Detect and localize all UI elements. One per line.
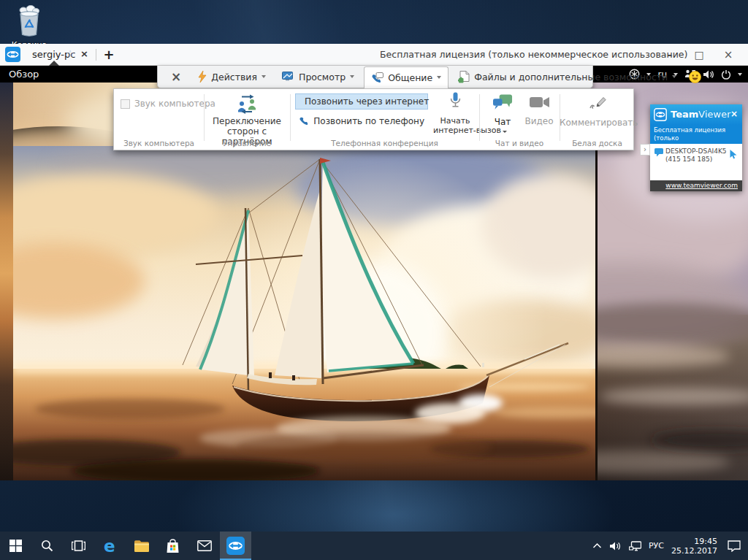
teamviewer-logo-icon [654,108,667,124]
panel-close-icon[interactable]: × [730,109,738,119]
control-group: Переключение сторон с партнёром Управлен… [204,89,290,150]
teamviewer-logo-icon [226,537,245,555]
tray-volume-icon[interactable] [609,541,622,551]
group-caption: Белая доска [560,139,635,147]
search-icon [41,540,53,552]
chat-button[interactable]: Чат [485,94,520,127]
chat-video-group: Чат Видео Чат и видео [479,89,560,150]
video-camera-icon [530,96,549,110]
files-extras-label: Файлы и дополнительные возможности [474,72,668,83]
license-line-1: Бесплатная лицензия (только [654,126,739,142]
screen: Корзина [0,0,748,560]
computer-chat-icon [654,148,664,157]
mail-button[interactable] [188,532,220,560]
session-close-button[interactable]: × [164,69,188,84]
taskbar: e [0,532,748,560]
brand-viewer: Viewer [698,109,730,120]
call-by-phone-label: Позвонить по телефону [313,116,424,126]
comment-button[interactable]: Комментировать [560,94,635,128]
power-dropdown-caret[interactable] [738,73,742,76]
window-title: Бесплатная лицензия (только некоммерческ… [380,44,665,66]
view-menu[interactable]: Просмотр [275,69,361,85]
clock-time: 19:45 [671,537,717,546]
volume-icon[interactable] [703,69,714,80]
recycle-bin-icon[interactable]: Корзина [6,4,53,50]
task-view-icon [72,540,85,551]
pencil-icon [587,94,607,111]
svg-text:e: e [104,537,115,555]
window-maximize-button[interactable]: □ [684,44,714,66]
checkbox-icon[interactable] [121,99,130,109]
file-puzzle-icon [458,71,470,83]
input-language-indicator[interactable]: РУС [649,541,664,551]
switch-sides-icon [236,94,258,114]
tray-network-icon[interactable] [629,541,641,551]
tab-close-icon[interactable]: × [80,48,88,59]
call-via-internet-button[interactable]: Позвонить через интернет [295,93,428,110]
communicate-menu[interactable]: Общение [364,66,449,88]
action-center-icon[interactable] [728,540,741,552]
edge-icon: e [102,537,119,555]
comment-label: Комментировать [560,118,635,128]
chat-bubbles-icon [493,94,513,110]
new-tab-button[interactable]: + [101,46,117,64]
tray-expand-chevron-icon[interactable] [592,542,602,549]
remote-cursor-icon [730,150,738,159]
feedback-smiley-button[interactable] [686,68,704,86]
teamviewer-logo-icon [5,47,20,62]
teamviewer-panel: TeamViewer × Бесплатная лицензия (только… [650,104,742,191]
search-button[interactable] [31,532,63,560]
remote-photo-sailboat [13,146,595,480]
phone-icon [299,116,308,126]
file-explorer-button[interactable] [126,532,157,560]
overview-label: Обзор [9,66,39,83]
panel-license-text: Бесплатная лицензия (только некоммерческ… [650,125,742,144]
chat-label: Чат [485,117,520,127]
computer-sound-toggle[interactable]: Звук компьютера [121,99,215,109]
edge-button[interactable]: e [94,532,126,560]
system-tray: РУС 19:45 25.12.2017 [592,532,748,560]
window-close-button[interactable]: × [714,44,743,66]
windows-logo-icon [9,540,22,552]
start-internet-call-button[interactable]: Начать интернет-вызов [433,92,477,135]
whiteboard-group: Комментировать Белая доска [560,89,635,150]
connected-computer[interactable]: DESKTOP-DSAI4K5 (415 154 185) [665,147,727,164]
panel-footer: www.teamviewer.com [650,180,742,191]
phone-chat-icon [371,72,383,83]
adjacent-photo-edge [0,83,13,480]
files-extras-menu[interactable]: Файлы и дополнительные возможности [451,68,683,86]
task-view-button[interactable] [63,532,94,560]
phone-conference-group: Позвонить через интернет Позвонить по те… [290,89,479,150]
start-button[interactable] [0,532,31,560]
communicate-label: Общение [388,72,432,83]
mail-icon [197,540,212,551]
video-label: Видео [522,116,557,126]
store-button[interactable] [157,532,188,560]
group-caption: Управление [204,139,290,147]
communication-ribbon: Звук компьютера Звук компьютера Переключ… [113,88,634,150]
clock[interactable]: 19:45 25.12.2017 [671,537,717,556]
teamviewer-taskbar-button[interactable] [220,532,251,560]
brand-team: Team [671,109,698,120]
computer-sound-group: Звук компьютера Звук компьютера [114,89,204,150]
panel-body: DESKTOP-DSAI4K5 (415 154 185) [650,144,742,180]
call-via-internet-label: Позвонить через интернет [305,96,429,107]
actions-menu[interactable]: Действия [191,68,272,85]
favorite-star-icon[interactable]: ☆ [66,48,75,59]
lightning-icon [198,71,207,83]
power-icon[interactable] [721,69,731,80]
group-caption: Звук компьютера [114,139,204,147]
video-button[interactable]: Видео [522,94,557,126]
teamviewer-website-link[interactable]: www.teamviewer.com [665,182,738,189]
group-caption: Телефонная конференция [290,139,479,147]
switch-sides-button[interactable] [204,94,290,114]
call-by-phone-button[interactable]: Позвонить по телефону [295,113,428,129]
panel-collapse-button[interactable]: › [640,144,650,156]
start-call-label-1: Начать [440,116,470,126]
view-label: Просмотр [299,72,346,83]
monitor-icon [282,72,294,82]
group-caption: Чат и видео [479,139,560,147]
folder-icon [134,540,150,553]
window-minimize-button[interactable]: – [655,44,684,66]
tab-separator [96,49,96,61]
